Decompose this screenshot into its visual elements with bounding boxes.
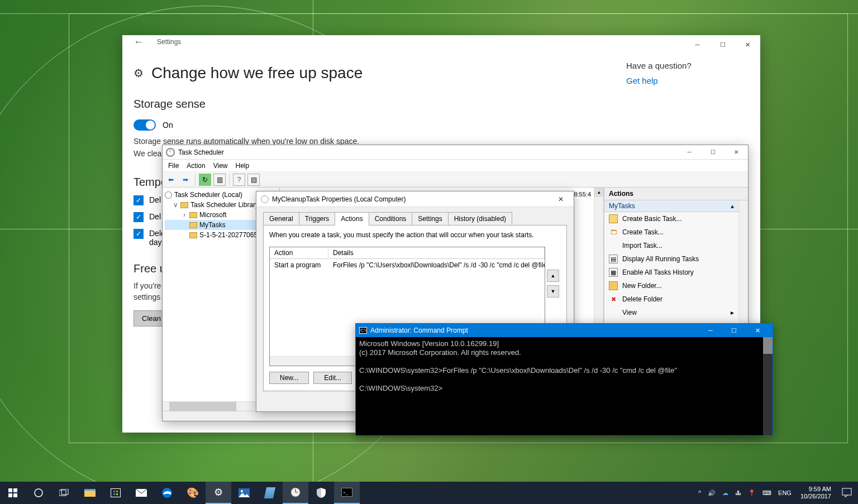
- task-scheduler-titlebar[interactable]: Task Scheduler ─ ☐ ✕: [163, 145, 748, 160]
- menu-help[interactable]: Help: [236, 162, 250, 170]
- close-button[interactable]: ✕: [724, 146, 748, 159]
- app-icon: [264, 487, 275, 498]
- tab-settings[interactable]: Settings: [412, 212, 448, 225]
- taskbar: 🎨 ⚙ >_ ^ 🔊 ☁ 🖧 📍 ⌨ ENG 9:59 AM 10/26/201…: [0, 482, 858, 504]
- import-icon: [609, 241, 618, 250]
- minimize-button[interactable]: ─: [699, 324, 722, 337]
- edit-action-button[interactable]: Edit...: [313, 372, 352, 384]
- minimize-button[interactable]: ─: [678, 146, 701, 159]
- tray-location-icon[interactable]: 📍: [748, 489, 756, 497]
- task-icon: 🗔: [609, 228, 618, 237]
- app-name: Settings: [157, 38, 181, 46]
- cortana-button[interactable]: [26, 482, 51, 504]
- toolbar-refresh-icon[interactable]: ↻: [199, 174, 211, 186]
- task-view-button[interactable]: [51, 482, 77, 504]
- tab-history[interactable]: History (disabled): [448, 212, 512, 225]
- tray-volume-icon[interactable]: 🔊: [708, 489, 716, 497]
- photos-button[interactable]: [231, 482, 257, 504]
- file-explorer-button[interactable]: [77, 482, 103, 504]
- delete-icon: ✖: [609, 295, 618, 304]
- svg-rect-9: [113, 493, 115, 495]
- tray-keyboard-icon[interactable]: ⌨: [762, 489, 771, 497]
- move-up-button[interactable]: ▲: [547, 270, 559, 282]
- toolbar-pane-icon[interactable]: ▤: [247, 174, 260, 186]
- cmd-titlebar[interactable]: C:\ Administrator: Command Prompt ─ ☐ ✕: [356, 324, 773, 337]
- settings-taskbar-button[interactable]: ⚙: [206, 482, 231, 504]
- toolbar-properties-icon[interactable]: ▥: [213, 174, 226, 186]
- action-view[interactable]: View▸: [604, 306, 738, 319]
- svg-point-4: [35, 489, 42, 497]
- security-button[interactable]: [308, 482, 334, 504]
- actions-header: Actions: [604, 188, 748, 200]
- storage-sense-toggle[interactable]: [134, 119, 156, 131]
- tray-chevron-icon[interactable]: ^: [698, 489, 701, 496]
- cmd-output[interactable]: Microsoft Windows [Version 10.0.16299.19…: [356, 337, 773, 435]
- checkbox-2[interactable]: ✓: [134, 212, 144, 222]
- task-scheduler-menubar: File Action View Help: [163, 160, 748, 172]
- new-action-button[interactable]: New...: [269, 372, 309, 384]
- folder-icon: [84, 489, 96, 497]
- folder-icon: [189, 222, 197, 228]
- maximize-button[interactable]: ☐: [701, 146, 724, 159]
- action-center-button[interactable]: [836, 482, 858, 504]
- tab-conditions[interactable]: Conditions: [369, 212, 413, 225]
- properties-tabs: General Triggers Actions Conditions Sett…: [256, 207, 574, 225]
- collapse-icon[interactable]: ▴: [731, 202, 734, 210]
- checkbox-1-label: Del: [149, 195, 161, 204]
- action-create-task[interactable]: 🗔Create Task...: [604, 225, 738, 239]
- action-display-running[interactable]: ▤Display All Running Tasks: [604, 252, 738, 266]
- tab-general[interactable]: General: [263, 212, 299, 225]
- close-button[interactable]: ✕: [746, 324, 769, 337]
- move-down-button[interactable]: ▼: [547, 285, 559, 297]
- properties-titlebar[interactable]: MyCleanupTask Properties (Local Computer…: [256, 191, 574, 207]
- close-button[interactable]: ✕: [735, 36, 760, 53]
- action-row[interactable]: Start a program ForFiles /p "C:\Users\xb…: [270, 259, 545, 271]
- edge-button[interactable]: [154, 482, 180, 504]
- cmd-scrollbar[interactable]: [763, 337, 773, 435]
- action-delete-folder[interactable]: ✖Delete Folder: [604, 292, 738, 306]
- column-details[interactable]: Details: [328, 247, 545, 258]
- page-title: Change how we free up space: [151, 64, 363, 82]
- taskbar-clock[interactable]: 9:59 AM 10/26/2017: [796, 486, 836, 500]
- tray-network-icon[interactable]: 🖧: [735, 489, 741, 496]
- tray-onedrive-icon[interactable]: ☁: [722, 489, 728, 497]
- toolbar-forward-icon[interactable]: ➡: [179, 174, 192, 186]
- paint-button[interactable]: 🎨: [180, 482, 206, 504]
- gear-icon: ⚙: [214, 486, 223, 498]
- minimize-button[interactable]: ─: [685, 36, 710, 53]
- maximize-button[interactable]: ☐: [722, 324, 746, 337]
- close-button[interactable]: ✕: [552, 195, 569, 203]
- checkbox-3[interactable]: ✓: [134, 229, 144, 239]
- svg-rect-18: [842, 488, 851, 495]
- toolbar-help-icon[interactable]: ?: [233, 174, 245, 186]
- cell-details: ForFiles /p "C:\Users\xboxl\Downloads\De…: [328, 260, 545, 270]
- actions-instruction: When you create a task, you must specify…: [269, 231, 561, 239]
- action-create-basic-task[interactable]: Create Basic Task...: [604, 212, 738, 225]
- system-tray: ^ 🔊 ☁ 🖧 📍 ⌨ ENG: [694, 489, 796, 497]
- action-new-folder[interactable]: New Folder...: [604, 279, 738, 292]
- get-help-link[interactable]: Get help: [626, 76, 749, 85]
- menu-file[interactable]: File: [168, 162, 179, 170]
- unknown-app-button[interactable]: [257, 482, 283, 504]
- tray-language[interactable]: ENG: [778, 489, 792, 496]
- menu-action[interactable]: Action: [187, 162, 205, 170]
- mail-button[interactable]: [128, 482, 154, 504]
- cmd-taskbar-button[interactable]: >_: [334, 482, 360, 504]
- menu-view[interactable]: View: [213, 162, 228, 170]
- svg-point-14: [241, 490, 243, 492]
- maximize-button[interactable]: ☐: [710, 36, 735, 53]
- column-action[interactable]: Action: [270, 247, 328, 258]
- task-scheduler-taskbar-button[interactable]: [283, 482, 308, 504]
- checkbox-1[interactable]: ✓: [134, 195, 144, 205]
- list-icon: ▤: [609, 255, 618, 263]
- tab-actions[interactable]: Actions: [335, 212, 369, 225]
- store-button[interactable]: [103, 482, 128, 504]
- task-scheduler-toolbar: ⬅ ➡ ↻ ▥ ? ▤: [163, 172, 748, 188]
- start-button[interactable]: [0, 482, 26, 504]
- toolbar-back-icon[interactable]: ⬅: [165, 174, 177, 186]
- action-enable-history[interactable]: ▦Enable All Tasks History: [604, 266, 738, 279]
- actions-context[interactable]: MyTasks▴: [604, 200, 738, 212]
- back-button[interactable]: ←: [134, 36, 144, 48]
- action-import-task[interactable]: Import Task...: [604, 239, 738, 252]
- tab-triggers[interactable]: Triggers: [299, 212, 336, 225]
